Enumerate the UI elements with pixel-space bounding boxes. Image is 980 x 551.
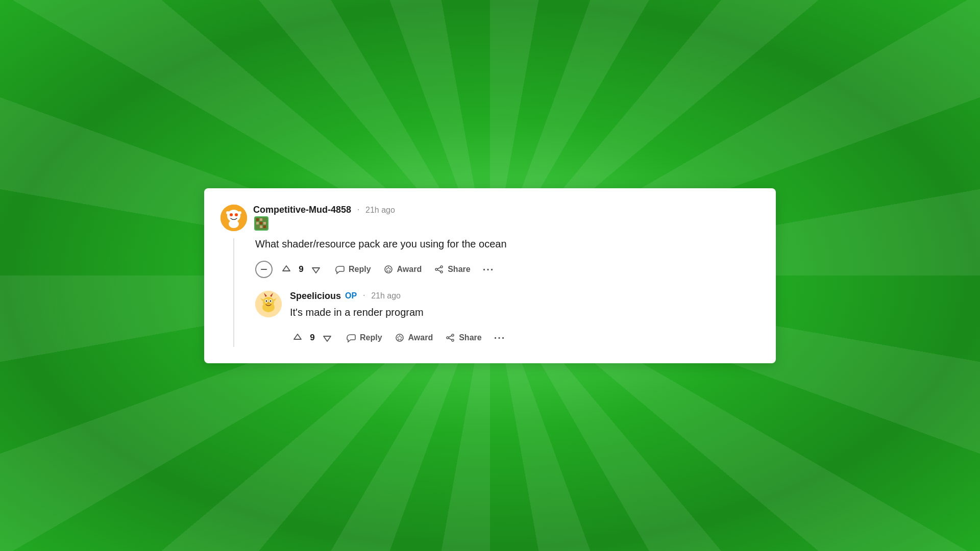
svg-rect-16 (263, 226, 266, 228)
reply-button[interactable]: Reply (330, 261, 376, 278)
reply-vote-group: 9 (290, 330, 335, 345)
comment-author: Competitive-Mud-4858 (253, 205, 351, 215)
reply-vote-count: 9 (308, 333, 316, 343)
svg-rect-10 (263, 218, 266, 221)
comment-card: Competitive-Mud-4858 · 21h ago (204, 188, 776, 363)
reply-comment: Speelicious OP · 21h ago It's made in a … (255, 291, 760, 347)
separator-dot: · (357, 206, 359, 215)
svg-point-39 (452, 334, 454, 336)
more-label: ··· (483, 264, 495, 275)
comment-indent-block: What shader/resource pack are you using … (220, 236, 760, 347)
comment-body: What shader/resource pack are you using … (247, 236, 760, 347)
reply-reply-button[interactable]: Reply (341, 330, 387, 346)
svg-rect-13 (263, 222, 266, 224)
downvote-button[interactable] (308, 262, 324, 277)
reply-more-label: ··· (494, 332, 506, 343)
share-button[interactable]: Share (429, 261, 475, 278)
svg-marker-38 (397, 335, 402, 340)
award-label: Award (397, 265, 422, 274)
svg-point-6 (229, 220, 239, 228)
svg-point-21 (440, 271, 443, 273)
reply-share-button[interactable]: Share (440, 330, 486, 346)
reply-award-button[interactable]: Award (389, 330, 438, 346)
svg-line-42 (449, 336, 452, 337)
svg-marker-19 (386, 267, 391, 272)
reply-avatar (255, 291, 282, 317)
svg-line-43 (449, 338, 452, 340)
reply-award-label: Award (408, 333, 433, 342)
vote-count: 9 (297, 264, 305, 274)
indent-line (233, 238, 234, 347)
svg-rect-12 (260, 222, 262, 224)
reply-downvote-button[interactable] (320, 330, 335, 345)
reply-text: It's made in a render program (290, 305, 760, 320)
collapse-button[interactable] (255, 261, 273, 278)
svg-line-24 (437, 270, 440, 271)
svg-rect-9 (260, 218, 262, 221)
more-button[interactable]: ··· (478, 261, 500, 279)
svg-rect-11 (256, 222, 259, 224)
reply-content: Speelicious OP · 21h ago It's made in a … (282, 291, 760, 347)
svg-rect-15 (260, 226, 262, 228)
avatar (220, 205, 247, 231)
svg-point-36 (267, 302, 270, 304)
award-button[interactable]: Award (378, 261, 427, 278)
svg-line-23 (437, 267, 440, 269)
reply-action-bar: 9 (290, 329, 760, 347)
action-bar: 9 Reply (255, 261, 760, 279)
reply-label: Reply (349, 265, 371, 274)
comment-text: What shader/resource pack are you using … (255, 236, 760, 252)
indent-line-wrapper (220, 236, 247, 347)
upvote-button[interactable] (279, 262, 294, 277)
svg-point-4 (230, 213, 233, 216)
reply-share-label: Share (459, 333, 481, 342)
reply-separator: · (363, 291, 365, 300)
comment-timestamp: 21h ago (365, 206, 395, 215)
svg-point-30 (266, 300, 267, 302)
svg-point-31 (270, 300, 272, 302)
share-label: Share (448, 265, 470, 274)
svg-point-3 (238, 211, 241, 214)
op-badge: OP (345, 291, 357, 300)
svg-rect-8 (256, 218, 259, 221)
reply-author: Speelicious (290, 291, 341, 302)
svg-point-40 (452, 339, 454, 341)
reply-header: Speelicious OP · 21h ago (290, 291, 760, 302)
svg-point-22 (435, 268, 437, 270)
reply-upvote-button[interactable] (290, 330, 305, 345)
reply-timestamp: 21h ago (371, 291, 401, 300)
top-comment: Competitive-Mud-4858 · 21h ago (220, 205, 760, 347)
reply-more-button[interactable]: ··· (489, 329, 511, 347)
reply-avatar-col (255, 291, 282, 347)
svg-point-5 (235, 213, 238, 216)
svg-point-20 (440, 266, 443, 268)
user-flair (254, 216, 268, 231)
svg-point-41 (447, 337, 449, 339)
vote-group: 9 (279, 262, 324, 277)
comment-header: Competitive-Mud-4858 · 21h ago (220, 205, 760, 231)
svg-rect-14 (256, 226, 259, 228)
reply-reply-label: Reply (360, 333, 382, 342)
svg-point-2 (226, 211, 229, 214)
